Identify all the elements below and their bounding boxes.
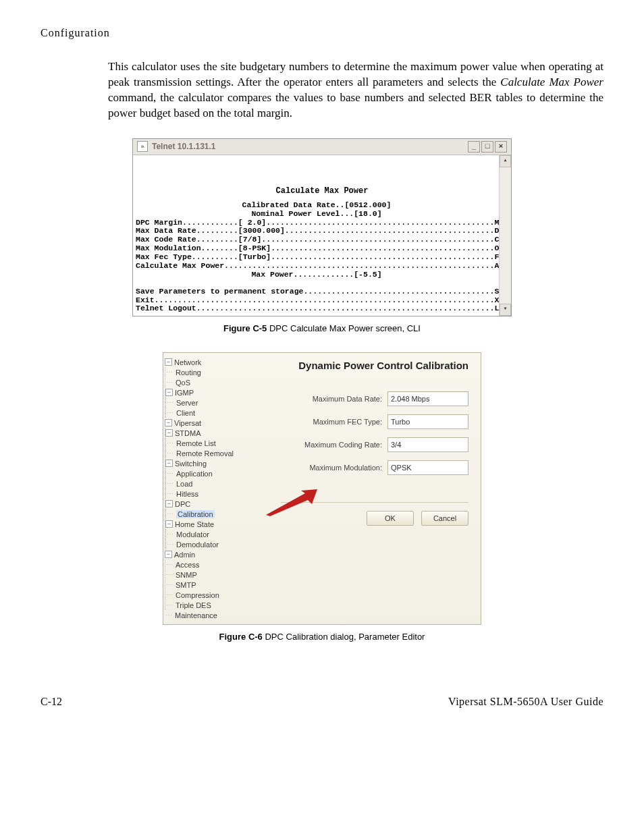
parameter-editor-window: −Network ⋯Routing ⋯QoS −IGMP ⋯Server ⋯Cl…	[163, 352, 481, 625]
figure-c5-num: Figure C-5	[223, 323, 267, 333]
maximize-button[interactable]: □	[481, 141, 493, 153]
tree-compression[interactable]: Compression	[176, 591, 219, 599]
tree-hitless[interactable]: Hitless	[176, 490, 198, 498]
expander-icon[interactable]: −	[165, 500, 173, 507]
expander-icon[interactable]: −	[165, 429, 173, 437]
tree-vipersat[interactable]: Vipersat	[174, 419, 201, 427]
expander-icon[interactable]: −	[165, 389, 173, 396]
scroll-down-icon[interactable]: ▾	[500, 304, 511, 316]
telnet-titlebar: » Telnet 10.1.131.1 _ □ ×	[133, 139, 511, 155]
telnet-scrollbar[interactable]: ▴ ▾	[499, 155, 511, 316]
tree-client[interactable]: Client	[176, 409, 195, 417]
telnet-screen-heading: Calculate Max Power	[134, 158, 510, 201]
tree-application[interactable]: Application	[176, 470, 213, 478]
panel-heading: Dynamic Power Control Calibration	[281, 360, 468, 371]
telnet-params-block: Calibrated Data Rate..[0512.000] Nominal…	[134, 201, 510, 279]
tree-stdma[interactable]: STDMA	[175, 429, 201, 437]
figure-c6-num: Figure C-6	[219, 632, 263, 642]
tree-triple-des[interactable]: Triple DES	[176, 601, 211, 609]
tree-demodulator[interactable]: Demodulator	[176, 541, 219, 549]
minimize-button[interactable]: _	[468, 141, 480, 153]
tree-dpc[interactable]: DPC	[175, 500, 190, 508]
max-data-rate-input[interactable]	[387, 391, 468, 406]
tree-access[interactable]: Access	[176, 561, 199, 569]
max-data-rate-label: Maximum Data Rate:	[281, 395, 387, 403]
section-header: Configuration	[41, 27, 603, 39]
max-coding-rate-input[interactable]	[387, 437, 468, 452]
telnet-footer-block: Save Parameters to permanent storage....…	[134, 279, 510, 314]
max-coding-rate-label: Maximum Coding Rate:	[281, 441, 387, 449]
tree-switching[interactable]: Switching	[175, 460, 207, 468]
form-panel: Dynamic Power Control Calibration Maximu…	[277, 353, 481, 624]
expander-icon[interactable]: −	[165, 358, 172, 366]
telnet-window: » Telnet 10.1.131.1 _ □ × ▴ ▾ Calculate …	[132, 138, 512, 317]
tree-routing[interactable]: Routing	[176, 368, 201, 377]
figure-c6-text: DPC Calibration dialog, Parameter Editor	[263, 632, 425, 642]
close-button[interactable]: ×	[495, 141, 507, 153]
separator	[281, 502, 468, 503]
max-modulation-input[interactable]	[387, 460, 468, 475]
max-fec-type-input[interactable]	[387, 414, 468, 429]
telnet-app-icon: »	[137, 141, 148, 152]
tree-qos[interactable]: QoS	[176, 379, 190, 387]
intro-text-b: command, the calculator compares the val…	[108, 91, 603, 119]
tree-server[interactable]: Server	[176, 399, 198, 407]
scroll-up-icon[interactable]: ▴	[500, 155, 511, 167]
max-modulation-label: Maximum Modulation:	[281, 464, 387, 472]
figure-c6-caption: Figure C-6 DPC Calibration dialog, Param…	[41, 632, 603, 642]
tree-modulator[interactable]: Modulator	[176, 530, 209, 539]
telnet-body: ▴ ▾ Calculate Max Power Calibrated Data …	[133, 155, 511, 316]
page-number: C-12	[41, 696, 62, 708]
figure-c5-text: DPC Calculate Max Power screen, CLI	[267, 323, 421, 333]
intro-text-italic: Calculate Max Power	[500, 76, 603, 88]
nav-tree: −Network ⋯Routing ⋯QoS −IGMP ⋯Server ⋯Cl…	[163, 353, 277, 624]
tree-igmp[interactable]: IGMP	[175, 389, 194, 397]
intro-paragraph: This calculator uses the site budgetary …	[108, 59, 603, 121]
cancel-button[interactable]: Cancel	[421, 511, 468, 526]
tree-snmp[interactable]: SNMP	[176, 571, 197, 579]
expander-icon[interactable]: −	[165, 551, 172, 558]
tree-load[interactable]: Load	[176, 480, 192, 488]
tree-maintenance[interactable]: Maintenance	[175, 611, 217, 619]
tree-network[interactable]: Network	[174, 358, 201, 366]
expander-icon[interactable]: −	[165, 419, 172, 426]
tree-remote-list[interactable]: Remote List	[176, 439, 216, 447]
figure-c5-caption: Figure C-5 DPC Calculate Max Power scree…	[41, 323, 603, 333]
tree-home-state[interactable]: Home State	[175, 520, 214, 528]
tree-remote-removal[interactable]: Remote Removal	[176, 449, 234, 458]
ok-button[interactable]: OK	[367, 511, 414, 526]
expander-icon[interactable]: −	[165, 460, 173, 467]
max-fec-type-label: Maximum FEC Type:	[281, 418, 387, 426]
tree-smtp[interactable]: SMTP	[176, 581, 196, 589]
tree-admin[interactable]: Admin	[174, 551, 195, 559]
footer-guide-title: Vipersat SLM-5650A User Guide	[448, 696, 603, 708]
expander-icon[interactable]: −	[165, 520, 173, 528]
telnet-title-text: Telnet 10.1.131.1	[152, 142, 216, 151]
tree-calibration[interactable]: Calibration	[176, 510, 215, 518]
